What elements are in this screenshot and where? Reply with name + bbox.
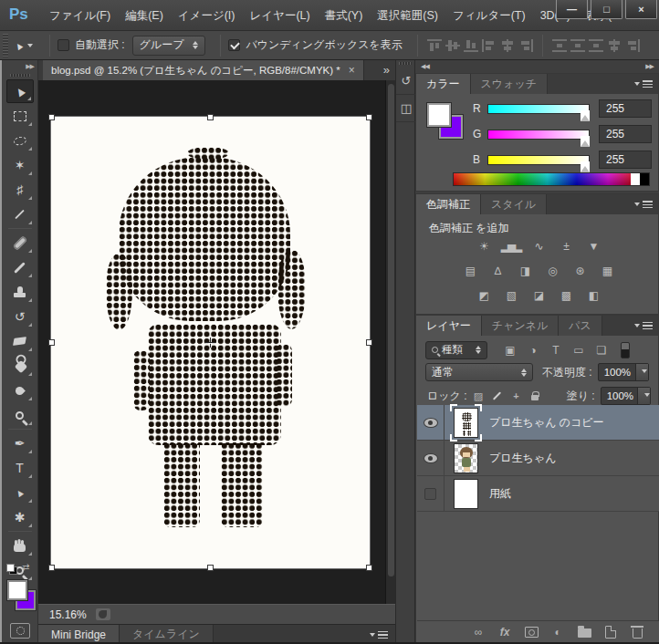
history-panel-icon[interactable]: ↺ — [396, 68, 416, 95]
tool-path-selection[interactable]: ▲ — [6, 481, 34, 504]
eye-icon[interactable] — [424, 419, 437, 427]
move-tool-preset[interactable]: ▲ — [14, 40, 33, 51]
add-layer-mask-button[interactable] — [522, 624, 540, 639]
lock-image-icon[interactable] — [489, 390, 505, 403]
transform-handle-r[interactable] — [366, 339, 372, 346]
filter-adjustment-layers-icon[interactable]: ◑ — [523, 342, 543, 358]
blue-slider[interactable] — [487, 155, 590, 165]
transform-handle-l[interactable] — [48, 339, 55, 346]
layer-row-copy[interactable]: プロ生ちゃん のコピー — [417, 405, 659, 441]
tab-close-icon[interactable]: × — [349, 64, 355, 77]
transform-handle-tl[interactable] — [48, 114, 55, 120]
layer-filter-kind-select[interactable]: 種類 — [425, 341, 487, 359]
dock-collapse-right-icon[interactable]: ▶▶ — [645, 63, 654, 70]
transform-handle-br[interactable] — [366, 565, 372, 571]
tool-history-brush[interactable]: ↺ — [6, 305, 34, 328]
new-group-button[interactable] — [575, 624, 593, 639]
green-value-field[interactable]: 255 — [599, 125, 652, 143]
tab-layers[interactable]: レイヤー — [416, 316, 482, 336]
visibility-off-box[interactable] — [424, 488, 436, 500]
auto-select-checkbox[interactable] — [58, 39, 69, 51]
tool-dodge[interactable] — [6, 403, 34, 427]
tool-custom-shape[interactable]: ✱ — [6, 505, 34, 529]
distribute-left-button[interactable] — [607, 39, 622, 52]
fill-field[interactable]: 100% — [601, 387, 651, 405]
lock-position-icon[interactable]: + — [508, 390, 524, 403]
tool-eraser[interactable] — [6, 329, 34, 353]
blue-value-field[interactable]: 255 — [599, 151, 652, 169]
blend-mode-select[interactable]: 通常 — [425, 363, 533, 381]
selective-color-icon[interactable]: ◧ — [583, 287, 603, 303]
align-bottom-button[interactable] — [464, 39, 478, 52]
group-select[interactable]: グループ — [132, 36, 206, 56]
link-layers-button[interactable]: ∞ — [469, 624, 487, 639]
layer-thumbnail[interactable] — [454, 408, 478, 438]
maximize-button[interactable]: □ — [591, 0, 622, 19]
delete-layer-button[interactable] — [628, 624, 646, 639]
tool-clone-stamp[interactable] — [6, 280, 34, 304]
brightness-contrast-icon[interactable]: ☀ — [474, 238, 494, 254]
close-button[interactable]: × — [625, 0, 657, 19]
align-hcenter-button[interactable] — [500, 39, 515, 52]
tool-paint-bucket[interactable] — [6, 354, 34, 378]
invert-icon[interactable]: ◩ — [474, 287, 494, 303]
gradient-map-icon[interactable]: ▩ — [556, 287, 576, 303]
align-left-button[interactable] — [482, 39, 497, 52]
menu-select[interactable]: 選択範囲(S) — [377, 8, 438, 24]
menu-filter[interactable]: フィルター(T) — [453, 8, 526, 24]
curves-icon[interactable]: ∿ — [528, 238, 549, 254]
properties-panel-icon[interactable]: ◫ — [396, 95, 416, 122]
exposure-icon[interactable]: ± — [556, 238, 576, 254]
tool-crop[interactable]: ♯ — [6, 178, 34, 202]
layer-style-button[interactable]: fx — [496, 624, 514, 639]
dock-collapse-left-icon[interactable]: ◀◀ — [421, 63, 429, 70]
tool-brush[interactable] — [6, 255, 34, 279]
opacity-field[interactable]: 100% — [598, 363, 649, 381]
color-panel-menu-icon[interactable] — [634, 78, 653, 89]
menu-type[interactable]: 書式(Y) — [325, 8, 363, 24]
slider-thumb[interactable] — [581, 161, 590, 172]
canvas-area[interactable] — [38, 80, 395, 604]
layers-panel-menu-icon[interactable] — [634, 320, 653, 331]
tab-timeline[interactable]: タイムライン — [120, 625, 214, 644]
photo-filter-icon[interactable]: ◎ — [542, 263, 562, 278]
tool-blur[interactable] — [6, 379, 34, 402]
align-right-button[interactable] — [518, 39, 533, 52]
tool-spot-healing-brush[interactable] — [6, 231, 34, 254]
swap-colors-icon[interactable]: ⇄ — [22, 562, 29, 572]
red-value-field[interactable]: 255 — [599, 99, 652, 118]
filter-type-layers-icon[interactable]: T — [546, 342, 566, 358]
vibrance-icon[interactable]: ▼ — [583, 238, 603, 254]
slider-thumb[interactable] — [581, 110, 590, 121]
menu-image[interactable]: イメージ(I) — [178, 8, 235, 24]
quick-mask-button[interactable] — [10, 623, 30, 639]
visibility-cell[interactable] — [417, 405, 445, 440]
toolbar-collapse[interactable]: ▶▶ — [2, 60, 37, 72]
options-grip[interactable] — [3, 34, 8, 57]
new-layer-button[interactable] — [601, 624, 620, 639]
layer-filter-toggle[interactable] — [621, 342, 630, 358]
tool-rectangular-marquee[interactable] — [6, 104, 34, 128]
levels-icon[interactable]: ▂▅▂ — [501, 238, 521, 254]
green-slider[interactable] — [487, 130, 590, 140]
visibility-cell[interactable] — [417, 476, 445, 511]
tab-color[interactable]: カラー — [416, 74, 471, 94]
transform-handle-t[interactable] — [207, 114, 214, 120]
toolbar-grip[interactable] — [10, 74, 30, 77]
tab-swatches[interactable]: スウォッチ — [471, 74, 548, 94]
filter-smart-objects-icon[interactable]: ❏ — [591, 342, 612, 358]
red-slider[interactable] — [487, 104, 590, 114]
layer-name[interactable]: プロ生ちゃん — [489, 451, 556, 466]
tool-type[interactable]: T — [6, 456, 34, 480]
visibility-cell[interactable] — [417, 441, 445, 475]
tool-hand[interactable] — [6, 534, 34, 557]
layer-name[interactable]: 用紙 — [489, 486, 511, 502]
panel-menu-icon[interactable] — [370, 629, 388, 640]
tab-overflow-icon[interactable]: » — [383, 63, 390, 77]
distribute-bottom-button[interactable] — [589, 39, 603, 52]
transform-handle-bl[interactable] — [48, 565, 55, 571]
lock-transparency-icon[interactable]: ▨ — [471, 390, 486, 403]
transform-handle-b[interactable] — [207, 565, 214, 571]
posterize-icon[interactable]: ▧ — [501, 287, 521, 303]
layer-thumbnail[interactable] — [454, 479, 478, 509]
